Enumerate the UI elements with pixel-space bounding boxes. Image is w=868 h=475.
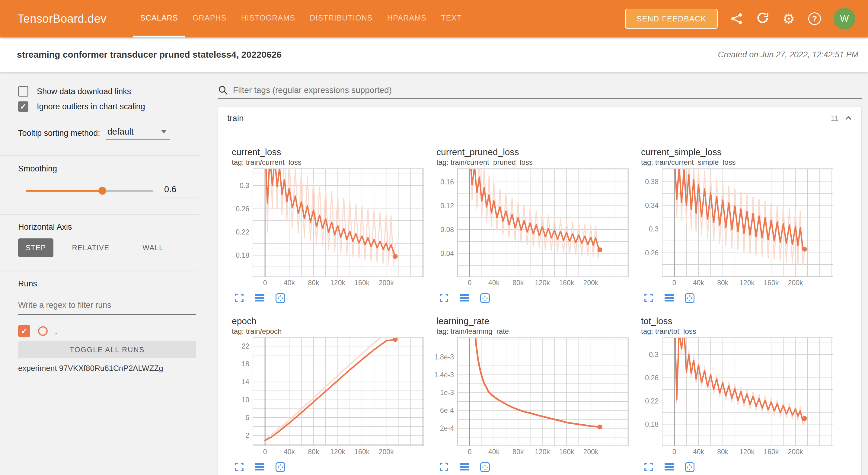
svg-text:160k: 160k [559,279,574,287]
nav-tab-hparams[interactable]: HPARAMS [380,0,434,37]
svg-text:80k: 80k [308,279,319,287]
ignore-outliers-row: ✓ Ignore outliers in chart scaling [18,101,199,112]
scalar-chart: epoch tag: train/epoch 2610141822040k80k… [226,315,430,472]
data-table-icon[interactable] [459,462,470,472]
sidebar-divider [0,155,199,156]
toggle-all-runs-button[interactable]: TOGGLE ALL RUNS [18,341,196,358]
experiment-id: experiment 97VKXf80Ru61CnP2ALWZZg [18,363,199,373]
svg-text:120k: 120k [330,448,345,456]
charts-grid: current_loss tag: train/current_loss 0.1… [218,130,861,475]
experiment-header: streaming conformer transducer pruned st… [0,37,868,72]
show-download-row: Show data download links [18,86,199,97]
fit-domain-icon[interactable] [480,293,490,303]
data-table-icon[interactable] [664,462,674,472]
created-timestamp: Created on Jun 27, 2022, 12:42:51 PM [718,50,858,59]
svg-text:6e-4: 6e-4 [440,407,454,414]
data-table-icon[interactable] [459,293,470,303]
svg-text:0.08: 0.08 [440,226,454,233]
data-table-icon[interactable] [255,293,265,303]
chart-plot[interactable]: 0.180.220.260.3040k80k120k160k200k [226,167,427,288]
chart-title: epoch [226,315,430,327]
svg-text:160k: 160k [764,448,779,456]
fit-domain-icon[interactable] [684,462,695,472]
svg-text:160k: 160k [354,448,369,456]
svg-text:200k: 200k [379,448,394,456]
expand-chart-icon[interactable] [234,293,245,303]
chevron-up-icon[interactable] [844,114,853,123]
svg-text:120k: 120k [739,448,754,456]
nav-tabs: SCALARSGRAPHSHISTOGRAMSDISTRIBUTIONSHPAR… [133,0,469,37]
chart-actions [226,293,430,303]
expand-chart-icon[interactable] [439,462,449,472]
smoothing-slider-handle[interactable] [98,187,106,195]
svg-text:0: 0 [468,279,472,287]
svg-text:0.3: 0.3 [649,225,658,233]
svg-text:18: 18 [242,360,249,368]
expand-chart-icon[interactable] [439,293,449,303]
smoothing-slider[interactable] [26,190,153,192]
expand-chart-icon[interactable] [234,462,245,472]
data-table-icon[interactable] [255,462,265,472]
data-table-icon[interactable] [664,293,674,303]
svg-text:200k: 200k [583,279,598,287]
chart-plot[interactable]: 0.180.220.260.3040k80k120k160k200k [635,337,836,456]
chart-plot[interactable]: 0.040.080.120.16040k80k120k160k200k [430,167,631,288]
nav-tab-distributions[interactable]: DISTRIBUTIONS [302,0,380,37]
svg-text:0.38: 0.38 [645,178,658,186]
svg-text:40k: 40k [284,279,295,287]
app-header: TensorBoard.dev SCALARSGRAPHSHISTOGRAMSD… [0,0,868,37]
chart-plot[interactable]: 2e-46e-41e-31.4e-31.8e-3040k80k120k160k2… [430,337,631,456]
chart-plot[interactable]: 0.260.30.340.38040k80k120k160k200k [635,167,836,288]
refresh-icon[interactable] [756,12,770,26]
axis-step-button[interactable]: STEP [18,239,54,257]
fit-domain-icon[interactable] [275,462,285,472]
settings-gear-icon[interactable]: ⚙ [782,12,796,26]
svg-text:0.18: 0.18 [236,251,249,259]
svg-text:0: 0 [673,279,676,287]
chevron-down-icon [161,130,166,133]
train-group-header[interactable]: train 11 [218,106,861,130]
share-icon[interactable] [730,12,744,26]
svg-text:0.26: 0.26 [236,205,249,213]
chart-title: current_pruned_loss [430,146,635,158]
run-checkbox[interactable]: ✓ [18,325,30,337]
ignore-outliers-checkbox[interactable]: ✓ [18,101,28,112]
svg-text:40k: 40k [488,448,500,456]
tooltip-sorting-select[interactable]: default [106,127,169,140]
fit-domain-icon[interactable] [480,462,490,472]
run-name: . [55,326,57,336]
app-title: TensorBoard.dev [18,12,106,25]
chart-title: tot_loss [635,315,840,327]
axis-relative-button[interactable]: RELATIVE [64,239,117,257]
show-download-checkbox[interactable] [18,86,28,97]
fit-domain-icon[interactable] [684,293,695,303]
chart-tag: tag: train/current_pruned_loss [430,158,635,167]
avatar[interactable]: W [834,8,855,30]
svg-text:120k: 120k [330,279,345,287]
runs-regex-input[interactable] [18,300,196,315]
expand-chart-icon[interactable] [644,462,654,472]
svg-text:0: 0 [263,279,267,287]
fit-domain-icon[interactable] [275,293,285,303]
nav-tab-graphs[interactable]: GRAPHS [185,0,234,37]
expand-chart-icon[interactable] [644,293,654,303]
chart-plot[interactable]: 2610141822040k80k120k160k200k [226,337,427,456]
filter-tags-input[interactable] [232,85,862,95]
run-row: ✓ . [18,325,199,337]
horizontal-axis-label: Horizontal Axis [18,222,199,232]
nav-tab-scalars[interactable]: SCALARS [133,0,185,37]
experiment-title: streaming conformer transducer pruned st… [17,50,282,60]
nav-tab-text[interactable]: TEXT [434,0,469,37]
header-actions: SEND FEEDBACK ⚙ ? W [625,0,868,37]
axis-wall-button[interactable]: WALL [135,239,171,257]
svg-text:200k: 200k [788,448,803,456]
smoothing-value-input[interactable]: 0.6 [162,184,198,197]
send-feedback-button[interactable]: SEND FEEDBACK [625,9,718,29]
svg-text:0.18: 0.18 [645,420,658,428]
help-icon[interactable]: ? [808,12,822,26]
svg-text:40k: 40k [284,448,295,456]
horizontal-axis-options: STEP RELATIVE WALL [18,239,199,257]
nav-tab-histograms[interactable]: HISTOGRAMS [234,0,303,37]
scalar-chart: current_simple_loss tag: train/current_s… [635,146,840,303]
group-chart-count: 11 [831,114,838,123]
